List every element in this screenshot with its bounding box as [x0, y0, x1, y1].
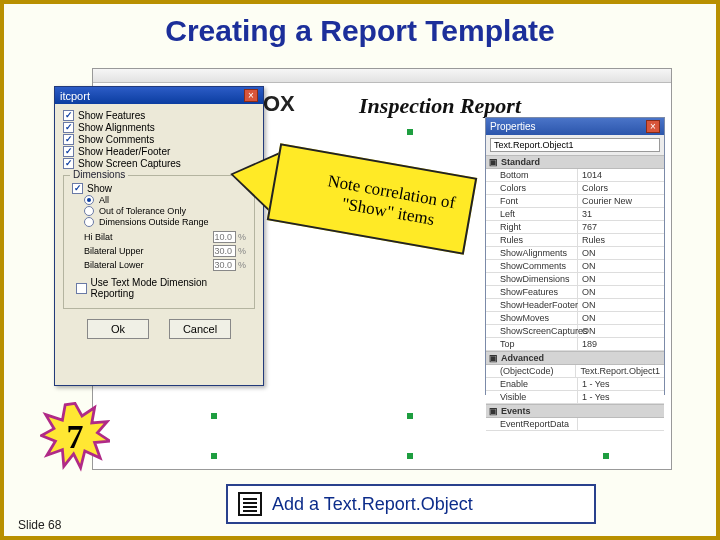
radio-icon	[84, 206, 94, 216]
property-value[interactable]: Rules	[578, 234, 664, 246]
brand-fragment: OX	[263, 91, 295, 117]
property-row[interactable]: ShowFeaturesON	[486, 286, 664, 299]
property-row[interactable]: Visible1 - Yes	[486, 391, 664, 404]
property-row[interactable]: Right767	[486, 221, 664, 234]
numeric-input[interactable]: 30.0	[213, 245, 236, 257]
step-starburst: 7	[40, 402, 110, 472]
checkbox-label: Show Features	[78, 110, 145, 121]
property-key: Enable	[486, 378, 578, 390]
property-value[interactable]: 1014	[578, 169, 664, 181]
property-key: ShowHeaderFooter	[486, 299, 578, 311]
property-row[interactable]: ShowAlignmentsON	[486, 247, 664, 260]
property-key: Left	[486, 208, 578, 220]
group-label: Advanced	[501, 353, 544, 363]
property-value[interactable]: 31	[578, 208, 664, 220]
property-row[interactable]: Enable1 - Yes	[486, 378, 664, 391]
property-key: ShowMoves	[486, 312, 578, 324]
inspection-report-title: Inspection Report	[359, 93, 521, 119]
property-row[interactable]: ShowCommentsON	[486, 260, 664, 273]
property-value[interactable]: 1 - Yes	[578, 391, 664, 403]
property-key: Visible	[486, 391, 578, 403]
property-value[interactable]: Text.Report.Object1	[576, 365, 664, 377]
property-key: ShowAlignments	[486, 247, 578, 259]
checkbox-icon	[76, 283, 87, 294]
property-value[interactable]: ON	[578, 247, 664, 259]
properties-titlebar: Properties ×	[486, 118, 664, 135]
dialog-title-text: itcport	[60, 90, 90, 102]
radio-label: All	[99, 195, 109, 205]
properties-group-events[interactable]: ▣Events	[486, 404, 664, 418]
show-option-checkbox[interactable]: ✓Show Comments	[63, 134, 255, 145]
property-row[interactable]: ShowHeaderFooterON	[486, 299, 664, 312]
numeric-field-row: Bilateral Upper30.0%	[84, 245, 246, 257]
checkbox-icon: ✓	[63, 158, 74, 169]
property-row[interactable]: ShowDimensionsON	[486, 273, 664, 286]
property-value[interactable]: Colors	[578, 182, 664, 194]
property-row[interactable]: ShowScreenCapturesON	[486, 325, 664, 338]
property-row[interactable]: EventReportData	[486, 418, 664, 431]
report-options-dialog: itcport × ✓Show Features✓Show Alignments…	[54, 86, 264, 386]
checkbox-icon: ✓	[63, 146, 74, 157]
show-option-checkbox[interactable]: ✓Show Features	[63, 110, 255, 121]
cancel-button[interactable]: Cancel	[169, 319, 231, 339]
checkbox-label: Show	[87, 183, 112, 194]
field-label: Bilateral Lower	[84, 260, 144, 270]
show-option-checkbox[interactable]: ✓Show Alignments	[63, 122, 255, 133]
checkbox-icon: ✓	[63, 110, 74, 121]
property-row[interactable]: Bottom1014	[486, 169, 664, 182]
property-row[interactable]: ColorsColors	[486, 182, 664, 195]
ruler	[93, 69, 671, 83]
property-value[interactable]: ON	[578, 273, 664, 285]
property-value[interactable]: ON	[578, 286, 664, 298]
property-value[interactable]: ON	[578, 260, 664, 272]
numeric-field-row: Hi Bilat10.0%	[84, 231, 246, 243]
property-key: ShowDimensions	[486, 273, 578, 285]
close-icon[interactable]: ×	[646, 120, 660, 133]
checkbox-label: Show Screen Captures	[78, 158, 181, 169]
property-row[interactable]: RulesRules	[486, 234, 664, 247]
show-option-checkbox[interactable]: ✓Show Header/Footer	[63, 146, 255, 157]
percent-label: %	[238, 232, 246, 242]
property-key: EventReportData	[486, 418, 578, 430]
show-checkbox[interactable]: ✓ Show	[72, 183, 246, 194]
property-value[interactable]: 189	[578, 338, 664, 350]
dimension-radio[interactable]: Dimensions Outside Range	[84, 217, 246, 227]
radio-label: Dimensions Outside Range	[99, 217, 209, 227]
ok-button[interactable]: Ok	[87, 319, 149, 339]
property-row[interactable]: Left31	[486, 208, 664, 221]
property-key: ShowScreenCaptures	[486, 325, 578, 337]
property-value[interactable]: ON	[578, 299, 664, 311]
selection-handle[interactable]	[407, 453, 413, 459]
property-value[interactable]: ON	[578, 312, 664, 324]
property-key: Colors	[486, 182, 578, 194]
dimension-radio[interactable]: All	[84, 195, 246, 205]
property-value[interactable]: ON	[578, 325, 664, 337]
selection-handle[interactable]	[603, 453, 609, 459]
dimension-radio[interactable]: Out of Tolerance Only	[84, 206, 246, 216]
document-icon	[238, 492, 262, 516]
selection-handle[interactable]	[407, 413, 413, 419]
text-mode-checkbox[interactable]: Use Text Mode Dimension Reporting	[76, 277, 246, 299]
selection-handle[interactable]	[211, 453, 217, 459]
property-value[interactable]: 767	[578, 221, 664, 233]
dialog-titlebar[interactable]: itcport ×	[55, 87, 263, 104]
property-row[interactable]: Top189	[486, 338, 664, 351]
selection-handle[interactable]	[407, 129, 413, 135]
numeric-field-row: Bilateral Lower30.0%	[84, 259, 246, 271]
close-icon[interactable]: ×	[244, 89, 258, 102]
numeric-input[interactable]: 30.0	[213, 259, 236, 271]
numeric-input[interactable]: 10.0	[213, 231, 236, 243]
properties-group-standard[interactable]: ▣Standard	[486, 155, 664, 169]
percent-label: %	[238, 260, 246, 270]
properties-group-advanced[interactable]: ▣Advanced	[486, 351, 664, 365]
property-row[interactable]: (ObjectCode)Text.Report.Object1	[486, 365, 664, 378]
property-value[interactable]: 1 - Yes	[578, 378, 664, 390]
property-value[interactable]: Courier New	[578, 195, 664, 207]
property-row[interactable]: ShowMovesON	[486, 312, 664, 325]
selection-handle[interactable]	[211, 413, 217, 419]
property-value[interactable]	[578, 418, 664, 430]
property-key: Top	[486, 338, 578, 350]
show-option-checkbox[interactable]: ✓Show Screen Captures	[63, 158, 255, 169]
property-row[interactable]: FontCourier New	[486, 195, 664, 208]
properties-object-selector[interactable]: Text.Report.Object1	[490, 138, 660, 152]
